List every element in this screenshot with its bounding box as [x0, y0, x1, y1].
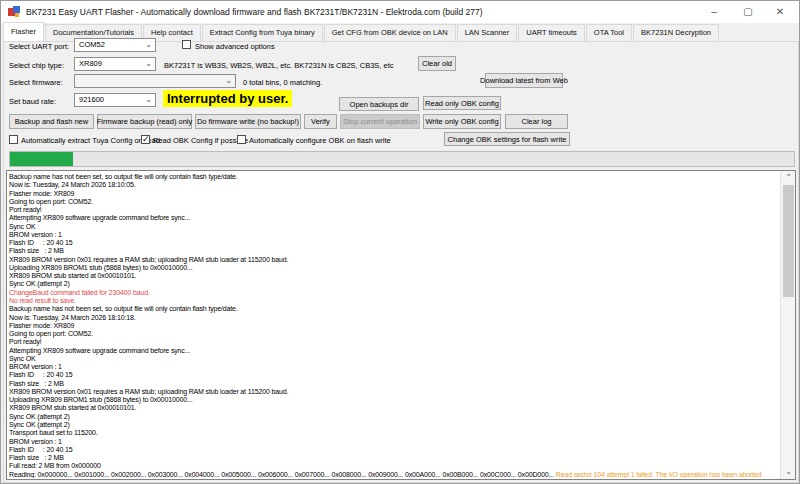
- scrollbar-thumb[interactable]: [783, 185, 794, 297]
- change-obk-settings-button[interactable]: Change OBK settings for flash write: [444, 132, 570, 146]
- write-obk-config-button[interactable]: Write only OBK config: [423, 114, 501, 129]
- tab-ota-tool[interactable]: OTA Tool: [586, 24, 632, 41]
- baud-rate-label: Set baud rate:: [9, 97, 56, 106]
- chip-type-label: Select chip type:: [9, 61, 64, 70]
- log-scrollbar[interactable]: ⌃ ⌄: [780, 171, 795, 479]
- progress-bar: [9, 151, 795, 167]
- maximize-button[interactable]: ▢: [733, 1, 763, 23]
- log-line: ChangeBaud command failed for 230400 bau…: [9, 289, 779, 297]
- log-line: XR809 BROM version 0x01 requires a RAM s…: [9, 256, 779, 264]
- window-title: BK7231 Easy UART Flasher - Automatically…: [26, 1, 483, 23]
- log-line: No read result to save.: [9, 297, 779, 305]
- firmware-count: 0 total bins, 0 matching.: [243, 78, 322, 87]
- log-line: Flash size : 2 MB: [9, 247, 779, 255]
- tab-get-cfg-from-obk-device-on-lan[interactable]: Get CFG from OBK device on LAN: [324, 24, 456, 41]
- log-line: Attempting XR809 software upgrade comman…: [9, 214, 779, 222]
- tab-flasher[interactable]: Flasher: [3, 22, 44, 41]
- backup-and-flash-button[interactable]: Backup and flash new: [9, 114, 94, 129]
- log-line: Flash ID : 20 40 15: [9, 239, 779, 247]
- uart-port-label: Select UART port:: [9, 42, 69, 51]
- firmware-backup-button[interactable]: Firmware backup (read) only: [97, 114, 192, 129]
- show-advanced-label: Show advanced options: [195, 42, 275, 51]
- tab-uart-timeouts[interactable]: UART timeouts: [518, 24, 585, 41]
- log-line: BROM version : 1: [9, 231, 779, 239]
- chip-type-select[interactable]: XR809 ⌄: [74, 57, 156, 71]
- chevron-down-icon: ⌄: [225, 75, 232, 87]
- uart-port-select[interactable]: COM52 ⌄: [74, 38, 156, 52]
- verify-button[interactable]: Verify: [304, 114, 337, 129]
- log-line: Sync OK (attempt 2): [9, 413, 779, 421]
- baud-rate-value: 921600: [79, 95, 104, 104]
- uart-port-value: COM52: [79, 40, 105, 49]
- download-latest-button[interactable]: Download latest from Web: [485, 73, 563, 88]
- log-line: Backup name has not been set, so output …: [9, 173, 779, 181]
- baud-rate-select[interactable]: 921600 ⌄: [74, 93, 156, 107]
- app-window: BK7231 Easy UART Flasher - Automatically…: [0, 0, 800, 484]
- title-bar: BK7231 Easy UART Flasher - Automatically…: [1, 1, 799, 23]
- log-line: Now is: Tuesday, 24 March 2026 18:10:05.: [9, 181, 779, 189]
- log-line: BROM version : 1: [9, 438, 779, 446]
- log-line: Flasher mode: XR809: [9, 190, 779, 198]
- log-line: Flash size : 2 MB: [9, 380, 779, 388]
- app-icon: [8, 6, 20, 18]
- log-line: Attempting XR809 software upgrade comman…: [9, 347, 779, 355]
- read-obk-label: Read OBK Config if possible: [153, 136, 248, 145]
- tab-extract-config-from-tuya-binary[interactable]: Extract Config from Tuya binary: [202, 24, 323, 41]
- chevron-down-icon: ⌄: [145, 39, 152, 51]
- log-line: Flash size : 2 MB: [9, 454, 779, 462]
- log-line: XR809 BROM stub started at 0x00010101.: [9, 272, 779, 280]
- chip-type-hint: BK7231T is WB3S, WB2S, WB2L, etc. BK7231…: [164, 61, 394, 70]
- log-line: Going to open port: COM52.: [9, 330, 779, 338]
- tab-bk7231n-decryption[interactable]: BK7231N Decryption: [633, 24, 719, 41]
- log-line: Going to open port: COM52.: [9, 198, 779, 206]
- scroll-up-icon[interactable]: ⌃: [781, 171, 796, 185]
- chevron-down-icon: ⌄: [145, 94, 152, 106]
- log-line: Sync OK (attempt 2): [9, 421, 779, 429]
- firmware-label: Select firmware:: [9, 78, 63, 87]
- chevron-down-icon: ⌄: [145, 58, 152, 70]
- log-line: Full read: 2 MB from 0x000000: [9, 462, 779, 470]
- close-button[interactable]: ✕: [765, 1, 795, 23]
- log-lines: Backup name has not been set, so output …: [9, 173, 779, 478]
- log-line: Flash ID : 20 40 15: [9, 371, 779, 379]
- firmware-write-button[interactable]: Do firmware write (no backup!): [195, 114, 301, 129]
- log-line: Port ready!: [9, 338, 779, 346]
- minimize-button[interactable]: –: [699, 1, 729, 23]
- log-line: Uploading XR809 BROM1 stub (5868 bytes) …: [9, 264, 779, 272]
- stop-operation-button: Stop current operation: [340, 114, 420, 129]
- extract-tuya-checkbox[interactable]: ✓: [9, 135, 18, 144]
- open-backups-button[interactable]: Open backups dir: [339, 97, 419, 111]
- log-line: Reading: 0x000000... 0x001000... 0x00200…: [9, 471, 779, 478]
- auto-obk-label: Automatically configure OBK on flash wri…: [249, 136, 391, 145]
- log-line: Transport baud set to 115200.: [9, 429, 779, 437]
- log-line: Flash ID : 20 40 15: [9, 446, 779, 454]
- log-line: Port ready!: [9, 206, 779, 214]
- log-line: Sync OK (attempt 2): [9, 280, 779, 288]
- log-line: XR809 BROM version 0x01 requires a RAM s…: [9, 388, 779, 396]
- tab-lan-scanner[interactable]: LAN Scanner: [457, 24, 518, 41]
- log-line: Sync OK: [9, 223, 779, 231]
- log-line: Uploading XR809 BROM1 stub (5868 bytes) …: [9, 396, 779, 404]
- clear-log-button[interactable]: Clear log: [505, 114, 568, 129]
- firmware-select[interactable]: ⌄: [74, 74, 236, 88]
- progress-fill: [10, 152, 73, 166]
- check-icon: ✓: [142, 136, 150, 143]
- auto-obk-checkbox[interactable]: ✓: [237, 135, 246, 144]
- log-output[interactable]: Backup name has not been set, so output …: [6, 170, 796, 480]
- interrupted-notice: Interrupted by user.: [163, 90, 292, 107]
- log-line: Now is: Tuesday, 24 March 2026 18:10:18.: [9, 314, 779, 322]
- log-line: Sync OK: [9, 355, 779, 363]
- log-line: Flasher mode: XR809: [9, 322, 779, 330]
- log-line: Backup name has not been set, so output …: [9, 305, 779, 313]
- log-line: XR809 BROM stub started at 0x00010101.: [9, 404, 779, 412]
- clear-old-button[interactable]: Clear old: [418, 56, 456, 71]
- scroll-down-icon[interactable]: ⌄: [781, 465, 796, 479]
- read-obk-checkbox[interactable]: ✓: [141, 135, 150, 144]
- read-obk-config-button[interactable]: Read only OBK config: [423, 96, 501, 110]
- log-line: BROM version : 1: [9, 363, 779, 371]
- show-advanced-checkbox[interactable]: ✓: [182, 40, 191, 49]
- extract-tuya-label: Automatically extract Tuya Config on rea…: [21, 136, 160, 145]
- chip-type-value: XR809: [79, 59, 102, 68]
